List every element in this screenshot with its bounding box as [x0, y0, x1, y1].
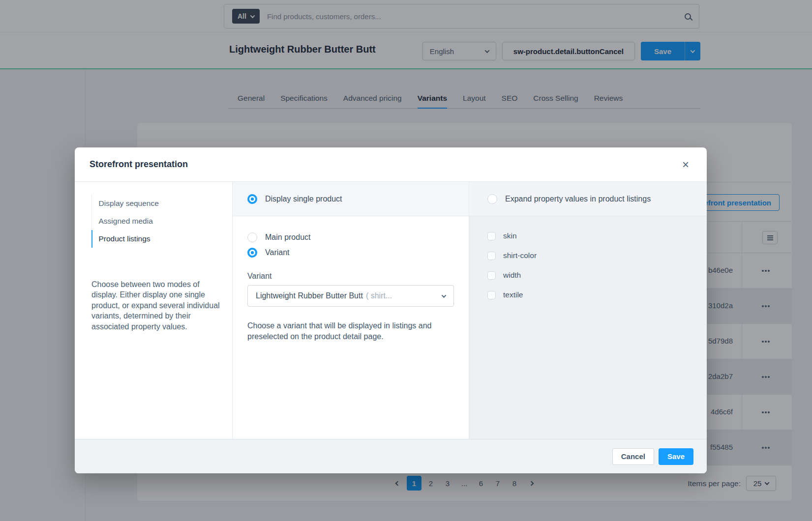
- property-item-shirt-color: shirt-color: [487, 251, 689, 260]
- mode-description: Choose between two modes of display. Eit…: [91, 279, 221, 332]
- radio-main-product[interactable]: [247, 232, 257, 242]
- variant-option: Variant: [247, 246, 454, 259]
- modal-body: Display sequence Assigned media Product …: [75, 182, 707, 439]
- sidebar-item-display-sequence[interactable]: Display sequence: [91, 195, 233, 212]
- sidebar-item-assigned-media[interactable]: Assigned media: [91, 212, 233, 230]
- expand-property-values-option: Expand property values in product listin…: [469, 182, 707, 216]
- checkbox-label: skin: [503, 232, 517, 240]
- variant-select-value: Lightweight Rubber Butter Butt: [256, 291, 363, 300]
- checkbox-width[interactable]: [487, 271, 496, 280]
- radio-display-single-product[interactable]: [247, 194, 257, 204]
- checkbox-shirt-color[interactable]: [487, 252, 496, 260]
- radio-label: Main product: [265, 233, 311, 242]
- variant-field-label: Variant: [247, 272, 454, 281]
- sidebar-item-product-listings[interactable]: Product listings: [91, 230, 233, 248]
- modal-footer: Cancel Save: [75, 439, 707, 473]
- variant-select[interactable]: Lightweight Rubber Butter Butt ( shirt..…: [247, 285, 454, 307]
- checkbox-label: shirt-color: [503, 251, 537, 260]
- radio-label: Display single product: [265, 195, 342, 203]
- modal-title: Storefront presentation: [90, 159, 188, 170]
- single-product-column: Display single product Main product Vari…: [232, 182, 469, 439]
- storefront-presentation-modal: Storefront presentation × Display sequen…: [75, 147, 707, 473]
- radio-label: Expand property values in product listin…: [505, 195, 651, 203]
- variant-select-suffix: ( shirt...: [366, 291, 392, 300]
- checkbox-skin[interactable]: [487, 232, 496, 240]
- radio-variant[interactable]: [247, 248, 257, 258]
- modal-sidebar: Display sequence Assigned media Product …: [75, 182, 232, 439]
- expand-properties-column: Expand property values in product listin…: [469, 182, 707, 439]
- modal-save-button[interactable]: Save: [659, 448, 693, 465]
- main-product-option: Main product: [247, 231, 454, 244]
- checkbox-label: textile: [503, 290, 523, 299]
- display-single-product-option: Display single product: [233, 182, 469, 216]
- checkbox-label: width: [503, 271, 521, 280]
- modal-header: Storefront presentation ×: [75, 147, 707, 182]
- chevron-down-icon: [442, 293, 447, 298]
- radio-label: Variant: [265, 248, 290, 257]
- modal-cancel-button[interactable]: Cancel: [612, 448, 654, 465]
- property-item-textile: textile: [487, 290, 689, 299]
- close-icon[interactable]: ×: [679, 158, 692, 172]
- property-list: skin shirt-color width textile: [469, 216, 707, 299]
- property-item-skin: skin: [487, 232, 689, 240]
- variant-helper-text: Choose a variant that will be displayed …: [247, 320, 457, 343]
- radio-expand-property-values[interactable]: [487, 194, 497, 204]
- checkbox-textile[interactable]: [487, 291, 496, 299]
- property-item-width: width: [487, 271, 689, 280]
